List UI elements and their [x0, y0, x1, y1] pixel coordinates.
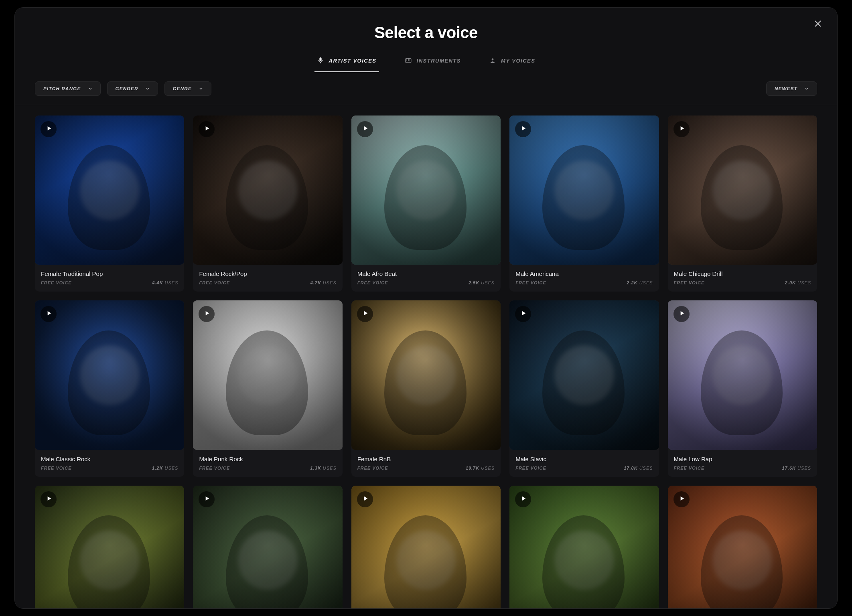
voice-artwork [668, 116, 817, 265]
play-icon [519, 495, 527, 503]
voice-uses: 4.7K USES [310, 280, 337, 285]
voice-free-badge: FREE VOICE [357, 280, 388, 285]
voice-card[interactable]: Female Rock/PopFREE VOICE4.7K USES [193, 116, 342, 292]
voice-card[interactable]: Female RnBFREE VOICE19.7K USES [351, 300, 501, 476]
voice-card[interactable]: Male Low RapFREE VOICE17.6K USES [668, 300, 817, 476]
voice-name: Female RnB [357, 456, 495, 462]
play-button[interactable] [673, 306, 690, 322]
play-icon [678, 495, 685, 503]
voice-meta: Female Traditional PopFREE VOICE4.4K USE… [35, 265, 184, 292]
voice-uses-suffix: USES [638, 466, 653, 470]
play-button[interactable] [357, 491, 373, 507]
artwork-illustration [509, 116, 659, 265]
user-icon [489, 57, 496, 64]
voice-free-badge: FREE VOICE [515, 280, 546, 285]
voice-card[interactable] [351, 486, 501, 608]
voice-artwork [509, 486, 659, 608]
tab-bar: ARTIST VOICES INSTRUMENTS MY VOICES [15, 53, 837, 73]
voice-name: Male Americana [515, 270, 653, 277]
sort-label: NEWEST [775, 86, 797, 91]
play-icon [519, 125, 527, 133]
voice-grid-scroll[interactable]: Female Traditional PopFREE VOICE4.4K USE… [15, 105, 837, 608]
play-button[interactable] [199, 491, 215, 507]
voice-subline: FREE VOICE19.7K USES [357, 466, 495, 470]
voice-artwork [193, 300, 342, 450]
voice-card[interactable]: Male Punk RockFREE VOICE1.3K USES [193, 300, 342, 476]
voice-card[interactable]: Female Traditional PopFREE VOICE4.4K USE… [35, 116, 184, 292]
voice-card[interactable] [509, 486, 659, 608]
filter-pitch-range[interactable]: PITCH RANGE [35, 81, 101, 96]
voice-uses-suffix: USES [479, 466, 495, 470]
artwork-illustration [668, 116, 817, 265]
voice-artwork [193, 486, 342, 608]
tab-label: INSTRUMENTS [417, 58, 461, 64]
play-button[interactable] [673, 491, 690, 507]
modal-title: Select a voice [15, 24, 837, 42]
filter-genre[interactable]: GENRE [164, 81, 211, 96]
play-button[interactable] [357, 121, 373, 137]
play-button[interactable] [41, 121, 57, 137]
chevron-down-icon [804, 86, 809, 91]
play-icon [45, 125, 52, 133]
artwork-illustration [351, 300, 501, 450]
play-button[interactable] [673, 121, 690, 137]
voice-subline: FREE VOICE17.6K USES [674, 466, 811, 470]
play-icon [203, 125, 210, 133]
voice-uses: 2.0K USES [785, 280, 811, 285]
play-button[interactable] [515, 121, 531, 137]
voice-card[interactable]: Male Afro BeatFREE VOICE2.5K USES [351, 116, 501, 292]
voice-name: Male Punk Rock [199, 456, 336, 462]
filter-gender[interactable]: GENDER [107, 81, 158, 96]
voice-uses-count: 17.0K [624, 466, 637, 470]
close-button[interactable] [812, 19, 824, 30]
voice-meta: Male Punk RockFREE VOICE1.3K USES [193, 450, 342, 477]
voice-uses: 1.2K USES [152, 466, 178, 470]
voice-card[interactable]: Male SlavicFREE VOICE17.0K USES [509, 300, 659, 476]
voice-uses: 17.0K USES [624, 466, 653, 470]
voice-card[interactable] [193, 486, 342, 608]
sort-dropdown[interactable]: NEWEST [766, 81, 817, 96]
play-button[interactable] [41, 491, 57, 507]
play-icon [678, 125, 685, 133]
voice-free-badge: FREE VOICE [41, 466, 72, 470]
tab-artist-voices[interactable]: ARTIST VOICES [314, 53, 379, 72]
play-icon [45, 495, 52, 503]
voice-name: Male Afro Beat [357, 270, 495, 277]
artwork-illustration [193, 116, 342, 265]
voice-artwork [351, 116, 501, 265]
voice-card[interactable]: Male Chicago DrillFREE VOICE2.0K USES [668, 116, 817, 292]
voice-free-badge: FREE VOICE [199, 466, 230, 470]
artwork-illustration [193, 486, 342, 608]
artwork-illustration [668, 300, 817, 450]
close-icon [813, 19, 823, 30]
artwork-illustration [35, 116, 184, 265]
play-icon [361, 495, 369, 503]
voice-artwork [509, 116, 659, 265]
tab-my-voices[interactable]: MY VOICES [487, 53, 538, 72]
voice-subline: FREE VOICE4.4K USES [41, 280, 178, 285]
voice-card[interactable]: Male AmericanaFREE VOICE2.2K USES [509, 116, 659, 292]
svg-rect-3 [410, 59, 410, 61]
voice-uses: 2.2K USES [627, 280, 653, 285]
voice-card[interactable] [35, 486, 184, 608]
voice-card[interactable]: Male Classic RockFREE VOICE1.2K USES [35, 300, 184, 476]
voice-uses-count: 4.4K [152, 280, 163, 285]
voice-name: Male Low Rap [674, 456, 811, 462]
play-icon [203, 495, 210, 503]
voice-uses: 19.7K USES [466, 466, 495, 470]
artwork-illustration [668, 486, 817, 608]
filter-bar: PITCH RANGE GENDER GENRE NEWEST [15, 73, 837, 105]
voice-uses-count: 1.2K [152, 466, 163, 470]
play-button[interactable] [357, 306, 373, 322]
voice-card[interactable] [668, 486, 817, 608]
voice-uses: 2.5K USES [469, 280, 495, 285]
tab-instruments[interactable]: INSTRUMENTS [402, 53, 463, 72]
voice-artwork [35, 116, 184, 265]
svg-point-4 [492, 59, 494, 61]
play-button[interactable] [515, 491, 531, 507]
voice-uses-count: 1.3K [310, 466, 321, 470]
play-icon [361, 310, 369, 318]
voice-name: Female Traditional Pop [41, 270, 178, 277]
microphone-icon [317, 57, 324, 64]
artwork-illustration [35, 486, 184, 608]
